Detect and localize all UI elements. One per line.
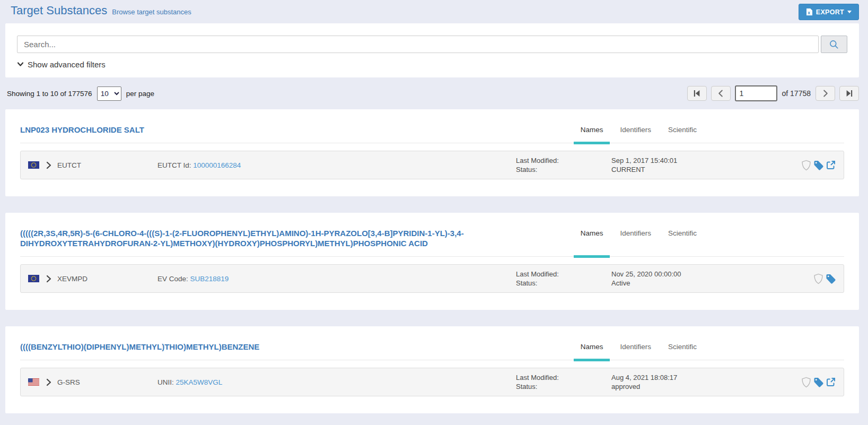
source-label: EUTCT bbox=[57, 161, 81, 169]
svg-text:x: x bbox=[808, 10, 810, 15]
tab-scientific[interactable]: Scientific bbox=[660, 123, 705, 143]
first-page-button[interactable] bbox=[687, 86, 707, 101]
tag-icon[interactable] bbox=[825, 273, 836, 284]
code-label: EUTCT Id: bbox=[157, 161, 191, 169]
shield-icon[interactable] bbox=[801, 377, 811, 388]
expand-chevron-icon[interactable] bbox=[46, 161, 51, 169]
page-count-label: of 17758 bbox=[782, 89, 811, 98]
record-actions bbox=[781, 273, 836, 284]
first-page-icon bbox=[693, 90, 700, 97]
search-button[interactable] bbox=[821, 36, 847, 53]
status-label: Status: bbox=[516, 279, 611, 288]
shield-icon[interactable] bbox=[801, 160, 811, 171]
caret-down-icon bbox=[847, 11, 852, 13]
card-header: LNP023 HYDROCHLORIDE SALT Names Identifi… bbox=[20, 123, 844, 143]
tab-names[interactable]: Names bbox=[572, 123, 612, 143]
pagination-bar: Showing 1 to 10 of 177576 10 per page of… bbox=[0, 77, 868, 109]
status-value: Active bbox=[611, 279, 681, 288]
record-code: EV Code: SUB218819 bbox=[157, 275, 516, 283]
last-modified-label: Last Modified: bbox=[516, 270, 611, 279]
substance-record-row: EUTCT EUTCT Id: 100000166284 Last Modifi… bbox=[20, 151, 844, 179]
substance-card: (((((2R,3S,4R,5R)-5-(6-CHLORO-4-(((S)-1-… bbox=[5, 213, 859, 310]
last-modified-value: Sep 1, 2017 15:40:01 bbox=[611, 156, 677, 165]
tab-scientific[interactable]: Scientific bbox=[660, 340, 705, 360]
meta-labels: Last Modified: Status: bbox=[516, 270, 611, 288]
tab-names[interactable]: Names bbox=[572, 227, 612, 256]
expand-chevron-icon[interactable] bbox=[46, 275, 51, 283]
page-title: Target Substances bbox=[11, 4, 107, 18]
last-page-button[interactable] bbox=[839, 86, 859, 101]
substance-record-row: XEVMPD EV Code: SUB218819 Last Modified:… bbox=[20, 264, 844, 293]
status-value: approved bbox=[611, 382, 677, 391]
status-label: Status: bbox=[516, 382, 611, 391]
excel-file-icon: x bbox=[806, 8, 813, 16]
per-page-label: per page bbox=[126, 90, 154, 98]
export-button[interactable]: x EXPORT bbox=[799, 4, 859, 20]
tab-identifiers[interactable]: Identifiers bbox=[611, 340, 660, 360]
last-modified-label: Last Modified: bbox=[516, 156, 611, 165]
source-label: G-SRS bbox=[57, 378, 80, 386]
top-bar: Target Substances Browse target substanc… bbox=[0, 0, 868, 23]
tab-names[interactable]: Names bbox=[572, 340, 612, 360]
meta-labels: Last Modified: Status: bbox=[516, 373, 611, 391]
next-page-button[interactable] bbox=[816, 86, 835, 101]
meta-labels: Last Modified: Status: bbox=[516, 156, 611, 174]
code-label: EV Code: bbox=[157, 275, 188, 283]
substance-card: ((((BENZYLTHIO)(DIPHENYL)METHYL)THIO)MET… bbox=[5, 326, 859, 413]
per-page-select[interactable]: 10 bbox=[97, 86, 121, 101]
chevron-right-icon bbox=[823, 90, 828, 97]
code-value-link[interactable]: SUB218819 bbox=[190, 275, 229, 283]
meta-values: Sep 1, 2017 15:40:01 CURRENT bbox=[611, 156, 677, 174]
show-advanced-filters-toggle[interactable]: Show advanced filters bbox=[17, 60, 847, 69]
meta-values: Nov 25, 2020 00:00:00 Active bbox=[611, 270, 681, 288]
last-modified-label: Last Modified: bbox=[516, 373, 611, 382]
search-row bbox=[17, 36, 847, 53]
record-meta: Last Modified: Status: Nov 25, 2020 00:0… bbox=[516, 270, 781, 288]
substance-card: LNP023 HYDROCHLORIDE SALT Names Identifi… bbox=[5, 109, 859, 196]
search-input[interactable] bbox=[17, 36, 819, 53]
card-tabs: Names Identifiers Scientific bbox=[572, 123, 705, 143]
title-wrap: Target Substances Browse target substanc… bbox=[11, 4, 191, 18]
page-subtitle: Browse target substances bbox=[112, 8, 191, 16]
meta-values: Aug 4, 2021 18:08:17 approved bbox=[611, 373, 677, 391]
chevron-left-icon bbox=[718, 90, 723, 97]
show-advanced-filters-label: Show advanced filters bbox=[28, 60, 106, 69]
record-source: XEVMPD bbox=[28, 275, 157, 283]
card-tabs: Names Identifiers Scientific bbox=[572, 227, 705, 256]
eu-flag-icon bbox=[28, 275, 39, 282]
last-page-icon bbox=[846, 90, 853, 97]
external-link-icon[interactable] bbox=[826, 377, 836, 387]
substance-name-link[interactable]: ((((BENZYLTHIO)(DIPHENYL)METHYL)THIO)MET… bbox=[20, 342, 259, 360]
search-icon bbox=[829, 39, 839, 50]
shield-icon[interactable] bbox=[813, 273, 823, 284]
code-value-link[interactable]: 100000166284 bbox=[193, 161, 241, 169]
export-button-label: EXPORT bbox=[816, 8, 844, 16]
previous-page-button[interactable] bbox=[711, 86, 731, 101]
record-code: EUTCT Id: 100000166284 bbox=[157, 161, 516, 169]
chevron-down-icon bbox=[17, 62, 24, 67]
substance-name-link[interactable]: LNP023 HYDROCHLORIDE SALT bbox=[20, 125, 144, 143]
tag-icon[interactable] bbox=[813, 377, 824, 388]
card-tabs: Names Identifiers Scientific bbox=[572, 340, 705, 360]
last-modified-value: Aug 4, 2021 18:08:17 bbox=[611, 373, 677, 382]
tab-identifiers[interactable]: Identifiers bbox=[611, 227, 660, 256]
status-label: Status: bbox=[516, 165, 611, 174]
page-number-input[interactable] bbox=[735, 85, 777, 101]
tab-identifiers[interactable]: Identifiers bbox=[611, 123, 660, 143]
tab-scientific[interactable]: Scientific bbox=[660, 227, 705, 256]
code-value-link[interactable]: 25KA5W8VGL bbox=[176, 378, 223, 386]
card-header: ((((BENZYLTHIO)(DIPHENYL)METHYL)THIO)MET… bbox=[20, 340, 844, 360]
code-label: UNII: bbox=[157, 378, 174, 386]
expand-chevron-icon[interactable] bbox=[46, 378, 51, 386]
substance-name-link[interactable]: (((((2R,3S,4R,5R)-5-(6-CHLORO-4-(((S)-1-… bbox=[20, 228, 487, 256]
record-code: UNII: 25KA5W8VGL bbox=[157, 378, 516, 386]
record-actions bbox=[781, 377, 836, 388]
external-link-icon[interactable] bbox=[826, 160, 836, 170]
tag-icon[interactable] bbox=[813, 160, 824, 171]
status-value: CURRENT bbox=[611, 165, 677, 174]
record-source: EUTCT bbox=[28, 161, 157, 169]
record-meta: Last Modified: Status: Sep 1, 2017 15:40… bbox=[516, 156, 781, 174]
record-meta: Last Modified: Status: Aug 4, 2021 18:08… bbox=[516, 373, 781, 391]
eu-flag-icon bbox=[28, 161, 39, 169]
last-modified-value: Nov 25, 2020 00:00:00 bbox=[611, 270, 681, 279]
